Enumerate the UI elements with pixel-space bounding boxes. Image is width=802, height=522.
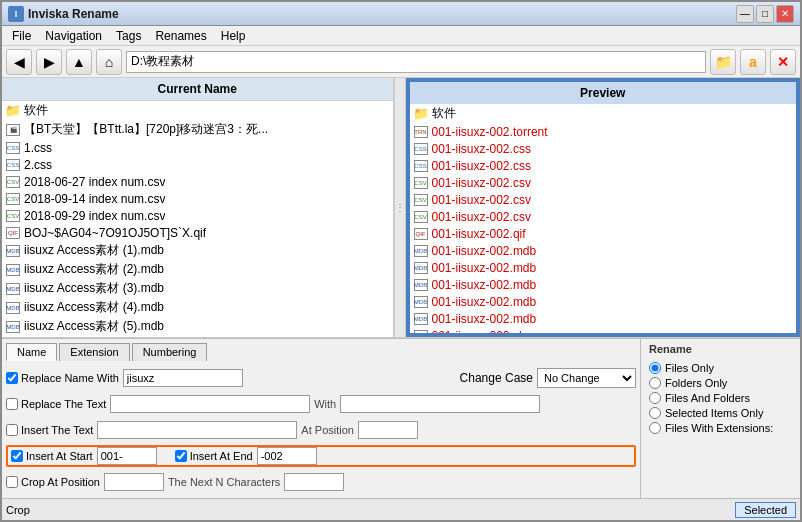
file-name: 2018-09-14 index num.csv <box>24 192 165 206</box>
list-item[interactable]: CSV2018-09-29 index num.csv <box>2 207 393 224</box>
close-button[interactable]: ✕ <box>776 5 794 23</box>
list-item[interactable]: CSV2018-09-14 index num.csv <box>2 190 393 207</box>
menu-file[interactable]: File <box>6 27 37 45</box>
list-item[interactable]: MDB001-iisuxz-002.mdb <box>410 242 797 259</box>
tab-numbering[interactable]: Numbering <box>132 343 208 361</box>
forward-button[interactable]: ▶ <box>36 49 62 75</box>
radio-selected-items-input[interactable] <box>649 407 661 419</box>
at-position-label: At Position <box>301 424 354 436</box>
menu-navigation[interactable]: Navigation <box>39 27 108 45</box>
list-item[interactable]: CSS001-iisuxz-002.css <box>410 140 797 157</box>
file-name: 001-iisuxz-002.mdb <box>432 261 537 275</box>
list-item[interactable]: MDBiisuxz Access素材 (2).mdb <box>2 260 393 279</box>
list-item[interactable]: 📁软件 <box>410 104 797 123</box>
tab-bar: Name Extension Numbering <box>6 343 636 361</box>
list-item[interactable]: MDB001-iisuxz-002.mdb <box>410 276 797 293</box>
crop-checkbox[interactable] <box>6 476 18 488</box>
menu-help[interactable]: Help <box>215 27 252 45</box>
close-toolbar-button[interactable]: ✕ <box>770 49 796 75</box>
list-item[interactable]: CSV2018-06-27 index num.csv <box>2 173 393 190</box>
list-item[interactable]: CSV001-iisuxz-002.csv <box>410 174 797 191</box>
insert-start-input[interactable] <box>97 447 157 465</box>
list-item[interactable]: MDBiisuxz Access素材 (4).mdb <box>2 298 393 317</box>
insert-text-checkbox[interactable] <box>6 424 18 436</box>
list-item[interactable]: CSS001-iisuxz-002.css <box>410 157 797 174</box>
list-item[interactable]: CSV001-iisuxz-002.csv <box>410 191 797 208</box>
crop-row: Crop At Position The Next N Characters <box>6 471 636 493</box>
path-box[interactable]: D:\教程素材 <box>126 51 706 73</box>
home-button[interactable]: ⌂ <box>96 49 122 75</box>
radio-files-and-folders-input[interactable] <box>649 392 661 404</box>
list-item[interactable]: MDB001-iisuxz-002.mdb <box>410 293 797 310</box>
list-item[interactable]: XLS001-iisuxz-002.xls <box>410 327 797 335</box>
title-bar: I Inviska Rename — □ ✕ <box>2 2 800 26</box>
list-item[interactable]: QIFBOJ~$AG04~7O91OJ5OT]S`X.qif <box>2 224 393 241</box>
list-item[interactable]: MDB001-iisuxz-002.mdb <box>410 259 797 276</box>
list-item[interactable]: TRN001-iisuxz-002.torrent <box>410 123 797 140</box>
file-icon: CSV <box>414 211 428 223</box>
tab-extension[interactable]: Extension <box>59 343 129 361</box>
replace-text-input[interactable] <box>110 395 310 413</box>
menu-tags[interactable]: Tags <box>110 27 147 45</box>
list-item[interactable]: CSS1.css <box>2 139 393 156</box>
replace-name-checkbox[interactable] <box>6 372 18 384</box>
folder-button[interactable]: 📁 <box>710 49 736 75</box>
next-n-input[interactable] <box>284 473 344 491</box>
list-item[interactable]: MDBiisuxz Access素材 (3).mdb <box>2 279 393 298</box>
title-bar-left: I Inviska Rename <box>8 6 119 22</box>
list-item[interactable]: QIF001-iisuxz-002.qif <box>410 225 797 242</box>
file-icon: CSV <box>6 176 20 188</box>
change-case-select[interactable]: No Change UPPERCASE lowercase Title Case… <box>537 368 636 388</box>
form-area: Name Extension Numbering Replace Name Wi… <box>2 339 640 498</box>
file-icon: CSV <box>6 193 20 205</box>
crop-checkbox-wrap[interactable]: Crop At Position <box>6 476 100 488</box>
list-item[interactable]: 📁软件 <box>2 101 393 120</box>
list-item[interactable]: 🎬【BT天堂】【BTtt.la】[720p]移动迷宫3：死... <box>2 120 393 139</box>
panel-divider: ⋮ <box>394 78 406 337</box>
list-item[interactable]: CSV001-iisuxz-002.csv <box>410 208 797 225</box>
maximize-button[interactable]: □ <box>756 5 774 23</box>
radio-files-with-ext[interactable]: Files With Extensions: <box>649 422 792 434</box>
insert-end-input[interactable] <box>257 447 317 465</box>
list-item[interactable]: CSS2.css <box>2 156 393 173</box>
replace-text-checkbox-wrap[interactable]: Replace The Text <box>6 398 106 410</box>
insert-end-checkbox-wrap[interactable]: Insert At End <box>175 450 253 462</box>
insert-end-checkbox[interactable] <box>175 450 187 462</box>
preview-panel-content[interactable]: 📁软件TRN001-iisuxz-002.torrentCSS001-iisux… <box>408 104 799 335</box>
current-panel-content[interactable]: 📁软件🎬【BT天堂】【BTtt.la】[720p]移动迷宫3：死...CSS1.… <box>2 101 393 337</box>
back-button[interactable]: ◀ <box>6 49 32 75</box>
insert-text-checkbox-wrap[interactable]: Insert The Text <box>6 424 93 436</box>
menu-renames[interactable]: Renames <box>149 27 212 45</box>
radio-files-with-ext-input[interactable] <box>649 422 661 434</box>
radio-folders-only[interactable]: Folders Only <box>649 377 792 389</box>
file-icon: CSS <box>6 159 20 171</box>
radio-files-only-input[interactable] <box>649 362 661 374</box>
replace-text-checkbox[interactable] <box>6 398 18 410</box>
bottom-area: Name Extension Numbering Replace Name Wi… <box>2 338 800 498</box>
with-input[interactable] <box>340 395 540 413</box>
replace-name-input[interactable] <box>123 369 243 387</box>
list-item[interactable]: MDBiisuxz Access素材 (5).mdb <box>2 317 393 336</box>
radio-selected-items[interactable]: Selected Items Only <box>649 407 792 419</box>
with-label: With <box>314 398 336 410</box>
file-name: 【BT天堂】【BTtt.la】[720p]移动迷宫3：死... <box>24 121 268 138</box>
tab-name[interactable]: Name <box>6 343 57 361</box>
file-name: 001-iisuxz-002.csv <box>432 176 531 190</box>
list-item[interactable]: MDB001-iisuxz-002.mdb <box>410 310 797 327</box>
insert-text-input[interactable] <box>97 421 297 439</box>
minimize-button[interactable]: — <box>736 5 754 23</box>
at-position-input[interactable] <box>358 421 418 439</box>
crop-input[interactable] <box>104 473 164 491</box>
rename-title: Rename <box>649 343 792 355</box>
list-item[interactable]: MDBiisuxz Access素材 (1).mdb <box>2 241 393 260</box>
radio-folders-only-input[interactable] <box>649 377 661 389</box>
file-icon: MDB <box>414 296 428 308</box>
insert-start-checkbox-wrap[interactable]: Insert At Start <box>11 450 93 462</box>
up-button[interactable]: ▲ <box>66 49 92 75</box>
list-item[interactable]: XLSiisuxz 表格素材 (1).xls <box>2 336 393 337</box>
insert-start-checkbox[interactable] <box>11 450 23 462</box>
radio-files-and-folders[interactable]: Files And Folders <box>649 392 792 404</box>
amazon-button[interactable]: a <box>740 49 766 75</box>
replace-name-checkbox-wrap[interactable]: Replace Name With <box>6 372 119 384</box>
radio-files-only[interactable]: Files Only <box>649 362 792 374</box>
